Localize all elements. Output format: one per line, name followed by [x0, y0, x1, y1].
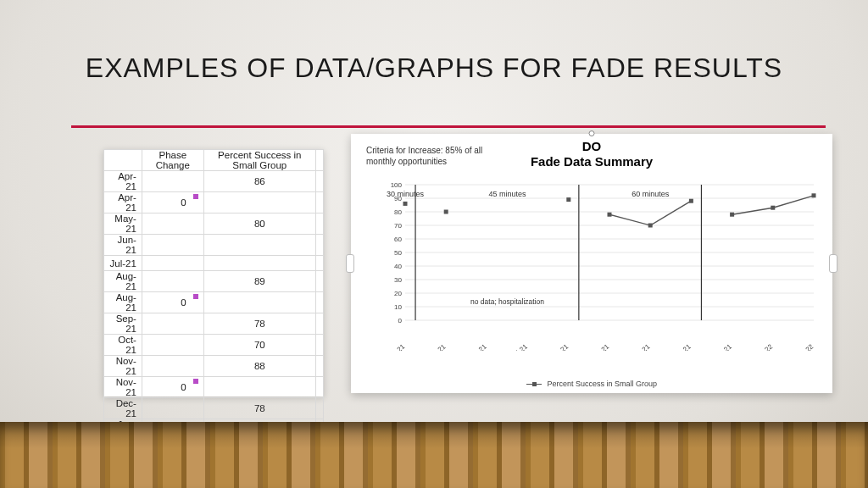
chart-legend: Percent Success in Small Group [351, 380, 832, 388]
svg-text:20: 20 [394, 290, 402, 297]
svg-text:May-21: May-21 [425, 342, 448, 351]
slide: EXAMPLES OF DATA/GRAPHS FOR FADE RESULTS… [0, 0, 868, 488]
chart-plot: 0102030405060708090100Apr-21May-21Jun-21… [383, 181, 819, 351]
legend-marker-icon [526, 384, 542, 385]
cell-phase [142, 171, 203, 192]
cell-phase: 0 [142, 377, 203, 398]
phase-marker-icon [193, 294, 198, 299]
cell-month: Jun-21 [104, 235, 142, 256]
cell-month: Nov-21 [104, 377, 142, 398]
cell-month: Oct-21 [104, 335, 142, 356]
cell-month: Nov-21 [104, 356, 142, 377]
cell-phase [142, 313, 203, 335]
table-row: Nov-210 [104, 377, 324, 398]
col-header: Percent Success in Small Group [203, 150, 315, 171]
svg-text:45 minutes: 45 minutes [488, 190, 526, 198]
slide-title: EXAMPLES OF DATA/GRAPHS FOR FADE RESULTS [0, 53, 868, 84]
cell-pct: 80 [203, 214, 315, 235]
svg-text:Jun-21: Jun-21 [467, 342, 488, 351]
svg-text:Feb-22: Feb-22 [793, 342, 815, 351]
svg-text:40: 40 [394, 263, 402, 270]
cell-month: Jul-21 [104, 256, 142, 271]
cell-empty [315, 313, 323, 335]
svg-rect-42 [566, 197, 570, 202]
cell-phase [142, 256, 203, 271]
chart-card: Criteria for Increase: 85% of all monthl… [351, 134, 832, 393]
table-row: Dec-2178 [104, 398, 324, 419]
cell-empty [315, 398, 323, 419]
cell-pct [203, 192, 315, 214]
col-header [315, 150, 323, 171]
svg-rect-41 [444, 210, 448, 214]
svg-text:80: 80 [394, 208, 402, 216]
cell-empty [315, 256, 323, 271]
phase-marker-icon [193, 379, 198, 384]
col-header [104, 150, 142, 171]
svg-text:Aug-21: Aug-21 [548, 342, 570, 351]
cell-phase [142, 271, 203, 292]
svg-rect-46 [730, 213, 734, 217]
svg-text:Oct-21: Oct-21 [631, 342, 652, 351]
cell-empty [315, 214, 323, 235]
table-row: Oct-2170 [104, 335, 324, 356]
cell-phase [142, 356, 203, 377]
cell-empty [315, 171, 323, 192]
rotate-handle-icon[interactable] [589, 130, 595, 136]
table-row: Sep-2178 [104, 313, 324, 335]
svg-text:50: 50 [394, 249, 402, 257]
svg-rect-44 [648, 224, 653, 228]
svg-text:60: 60 [394, 236, 402, 243]
table: Phase ChangePercent Success in Small Gro… [103, 149, 324, 462]
cell-pct: 89 [203, 271, 315, 292]
floor-decor [0, 422, 868, 488]
cell-empty [315, 192, 323, 214]
cell-pct: 78 [203, 398, 315, 419]
cell-pct [203, 377, 315, 398]
svg-rect-40 [403, 202, 408, 206]
svg-text:Nov-21: Nov-21 [670, 342, 693, 351]
svg-rect-48 [812, 193, 816, 197]
chart-title-1: DO [351, 139, 832, 153]
svg-text:70: 70 [394, 222, 402, 230]
col-header: Phase Change [142, 150, 203, 171]
cell-month: Aug-21 [104, 292, 142, 313]
svg-text:60 minutes: 60 minutes [632, 190, 670, 198]
cell-phase [142, 398, 203, 419]
cell-pct: 88 [203, 356, 315, 377]
cell-empty [315, 271, 323, 292]
cell-pct [203, 292, 315, 313]
table-row: Apr-2186 [104, 171, 324, 192]
svg-text:Sep-21: Sep-21 [589, 342, 611, 351]
table-row: Jun-21 [104, 235, 324, 256]
cell-empty [315, 235, 323, 256]
svg-text:30 minutes: 30 minutes [387, 190, 425, 198]
cell-empty [315, 335, 323, 356]
cell-phase [142, 235, 203, 256]
svg-text:no data; hospitalization: no data; hospitalization [470, 297, 544, 306]
cell-phase: 0 [142, 192, 203, 214]
cell-phase [142, 214, 203, 235]
cell-empty [315, 356, 323, 377]
svg-text:Jul-21: Jul-21 [509, 342, 529, 351]
cell-month: Apr-21 [104, 192, 142, 214]
cell-month: Apr-21 [104, 171, 142, 192]
svg-rect-45 [689, 199, 693, 203]
svg-text:Dec-21: Dec-21 [711, 342, 733, 351]
table-row: Aug-210 [104, 292, 324, 313]
cell-phase: 0 [142, 292, 203, 313]
cell-pct: 86 [203, 171, 315, 192]
table-row: Apr-210 [104, 192, 324, 214]
cell-month: Dec-21 [104, 398, 142, 419]
svg-text:30: 30 [394, 276, 402, 284]
cell-pct: 78 [203, 313, 315, 335]
cell-month: May-21 [104, 214, 142, 235]
table-row: Nov-2188 [104, 356, 324, 377]
chart-title-2: Fade Data Summary [351, 154, 832, 169]
resize-handle-right[interactable] [829, 254, 837, 273]
table-row: Aug-2189 [104, 271, 324, 292]
cell-pct: 70 [203, 335, 315, 356]
svg-text:10: 10 [394, 303, 402, 311]
resize-handle-left[interactable] [346, 254, 354, 273]
svg-text:100: 100 [391, 181, 403, 189]
cell-empty [315, 292, 323, 313]
